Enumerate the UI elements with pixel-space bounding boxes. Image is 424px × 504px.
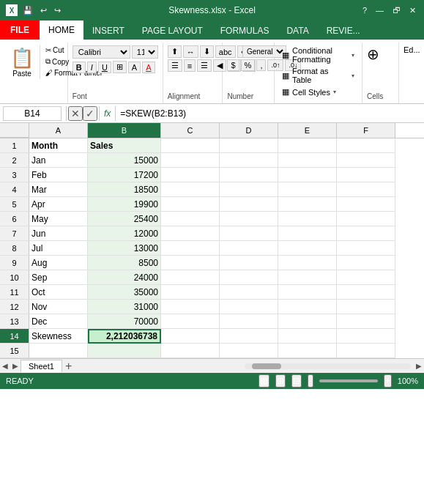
row-header-5[interactable]: 5 (0, 197, 29, 212)
tab-data[interactable]: DATA (278, 22, 317, 40)
cell-9-c[interactable] (161, 256, 220, 270)
cell-9-d[interactable] (220, 256, 278, 270)
hscroll-right[interactable]: ▶ (414, 362, 424, 370)
cell-2-e[interactable] (278, 153, 337, 168)
cell-2-f[interactable] (337, 153, 395, 168)
cell-5-c[interactable] (161, 197, 220, 212)
col-header-c[interactable]: C (161, 123, 220, 138)
restore-button[interactable]: 🗗 (390, 6, 403, 15)
tab-home[interactable]: HOME (40, 21, 83, 40)
align-bottom-button[interactable]: ⬇ (200, 45, 214, 58)
cell-2-a[interactable]: Jan (29, 153, 88, 168)
cell-4-c[interactable] (161, 182, 220, 197)
editing-button[interactable]: Ed... (403, 45, 420, 54)
cell-8-c[interactable] (161, 241, 220, 256)
cell-13-d[interactable] (220, 314, 278, 329)
cell-4-a[interactable]: Mar (29, 182, 88, 197)
row-header-2[interactable]: 2 (0, 153, 29, 168)
zoom-out-button[interactable]: - (308, 374, 313, 388)
cell-12-d[interactable] (220, 300, 278, 314)
cell-1-a[interactable]: Month (29, 138, 88, 153)
col-header-d[interactable]: D (220, 123, 278, 138)
cell-3-d[interactable] (220, 168, 278, 182)
quick-save-button[interactable]: 💾 (21, 6, 35, 15)
font-size-select[interactable]: 11 (132, 45, 158, 59)
cell-6-b[interactable]: 25400 (88, 212, 161, 226)
cell-7-d[interactable] (220, 226, 278, 241)
align-top-button[interactable]: ⬆ (168, 45, 182, 58)
align-middle-button[interactable]: ↔ (183, 45, 198, 58)
cell-5-a[interactable]: Apr (29, 197, 88, 212)
underline-button[interactable]: U (98, 62, 111, 73)
row-header-10[interactable]: 10 (0, 270, 29, 285)
sheet-tab[interactable]: Sheet1 (21, 360, 62, 372)
cell-15-c[interactable] (161, 344, 220, 358)
row-header-13[interactable]: 13 (0, 314, 29, 329)
cell-15-a[interactable] (29, 344, 88, 358)
font-name-select[interactable]: Calibri (72, 45, 130, 59)
cell-14-d[interactable] (220, 329, 278, 344)
cell-1-f[interactable] (337, 138, 395, 153)
add-sheet-button[interactable]: + (65, 360, 72, 373)
cell-3-e[interactable] (278, 168, 337, 182)
cell-6-c[interactable] (161, 212, 220, 226)
cell-5-d[interactable] (220, 197, 278, 212)
cell-2-c[interactable] (161, 153, 220, 168)
conditional-formatting-button[interactable]: ▦ Conditional Formatting ▾ (279, 45, 357, 64)
cell-14-a[interactable]: Skewness (29, 329, 88, 344)
tab-review[interactable]: REVIE... (318, 22, 369, 40)
zoom-slider[interactable] (319, 379, 378, 382)
row-header-8[interactable]: 8 (0, 241, 29, 256)
cell-6-f[interactable] (337, 212, 395, 226)
cell-12-e[interactable] (278, 300, 337, 314)
cell-14-c[interactable] (161, 329, 220, 344)
cell-12-f[interactable] (337, 300, 395, 314)
scroll-right-button[interactable]: ▶ (10, 362, 21, 370)
cell-14-b[interactable]: 2,212036738 (88, 329, 161, 344)
comma-button[interactable]: , (256, 59, 266, 71)
cell-11-e[interactable] (278, 285, 337, 300)
col-header-f[interactable]: F (337, 123, 395, 138)
border-button[interactable]: ⊞ (113, 61, 127, 73)
cell-13-a[interactable]: Dec (29, 314, 88, 329)
cell-11-b[interactable]: 35000 (88, 285, 161, 300)
cell-1-e[interactable] (278, 138, 337, 153)
align-center-button[interactable]: ≡ (184, 59, 196, 72)
cell-8-d[interactable] (220, 241, 278, 256)
cell-4-b[interactable]: 18500 (88, 182, 161, 197)
row-header-6[interactable]: 6 (0, 212, 29, 226)
cell-11-a[interactable]: Oct (29, 285, 88, 300)
italic-button[interactable]: I (87, 62, 97, 73)
cell-13-e[interactable] (278, 314, 337, 329)
cell-10-e[interactable] (278, 270, 337, 285)
cell-9-e[interactable] (278, 256, 337, 270)
zoom-in-button[interactable]: + (384, 374, 392, 388)
cell-9-b[interactable]: 8500 (88, 256, 161, 270)
tab-file[interactable]: FILE (0, 21, 40, 40)
cell-7-b[interactable]: 12000 (88, 226, 161, 241)
undo-button[interactable]: ↩ (38, 6, 49, 15)
cell-7-a[interactable]: Jun (29, 226, 88, 241)
cell-10-b[interactable]: 24000 (88, 270, 161, 285)
cell-3-f[interactable] (337, 168, 395, 182)
cell-13-f[interactable] (337, 314, 395, 329)
row-header-1[interactable]: 1 (0, 138, 29, 153)
row-header-9[interactable]: 9 (0, 256, 29, 270)
cell-14-e[interactable] (278, 329, 337, 344)
cell-5-f[interactable] (337, 197, 395, 212)
name-box[interactable] (3, 106, 62, 121)
cell-7-f[interactable] (337, 226, 395, 241)
row-header-12[interactable]: 12 (0, 300, 29, 314)
col-header-e[interactable]: E (278, 123, 337, 138)
insert-cells-button[interactable]: ⊕ (367, 45, 379, 63)
tab-insert[interactable]: INSERT (83, 22, 133, 40)
cell-2-b[interactable]: 15000 (88, 153, 161, 168)
fill-color-button[interactable]: A (128, 62, 141, 73)
cell-1-d[interactable] (220, 138, 278, 153)
cell-12-a[interactable]: Nov (29, 300, 88, 314)
cell-11-d[interactable] (220, 285, 278, 300)
cell-12-c[interactable] (161, 300, 220, 314)
cell-15-d[interactable] (220, 344, 278, 358)
row-header-4[interactable]: 4 (0, 182, 29, 197)
align-left-button[interactable]: ☰ (168, 59, 182, 72)
